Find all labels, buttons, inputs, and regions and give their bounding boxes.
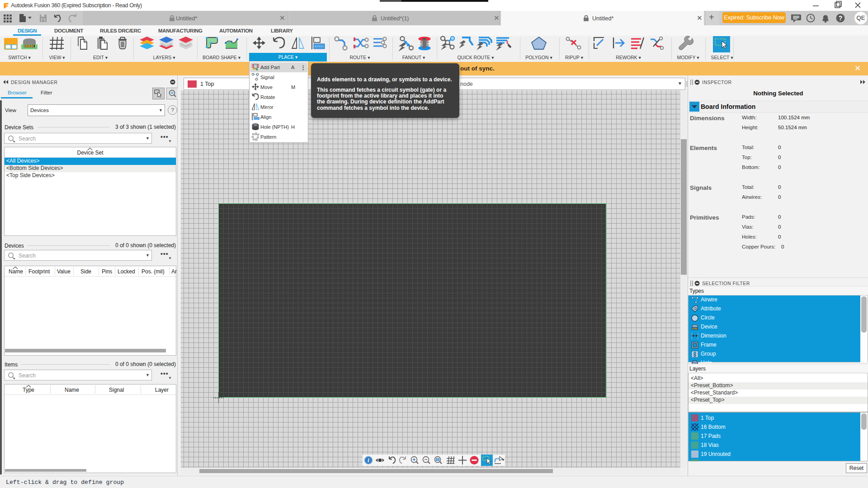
svg-text:?: ?: [839, 14, 843, 22]
